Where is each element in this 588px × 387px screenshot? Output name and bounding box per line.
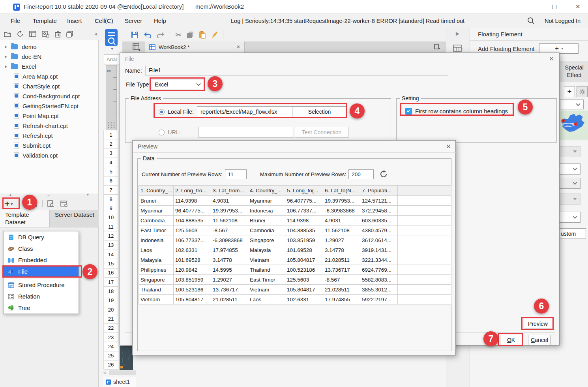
tree-file[interactable]: GettingStartedEN.cpt — [0, 101, 99, 111]
search-icon[interactable] — [527, 17, 535, 24]
row-header[interactable]: 3 — [103, 149, 118, 158]
sidebar-collapse-icon[interactable]: ◀ — [94, 32, 97, 36]
menu-template[interactable]: Template — [33, 17, 57, 24]
row-header[interactable]: 13 — [103, 241, 118, 250]
close-icon[interactable]: ✕ — [446, 143, 451, 150]
template-preview-button[interactable]: ▾ — [103, 29, 121, 53]
tree-file[interactable]: Point Map.cpt — [0, 111, 99, 121]
save-icon[interactable] — [131, 31, 139, 39]
new-worksheet-icon[interactable] — [133, 43, 141, 51]
splitter-up-icon[interactable]: ▲ — [9, 193, 12, 197]
row-header[interactable]: 2 — [103, 139, 118, 148]
row-header[interactable]: 7 — [103, 186, 118, 195]
tab-special-effect[interactable]: Special Effect — [560, 61, 588, 82]
redo-icon[interactable] — [157, 32, 165, 38]
row-header[interactable]: 23 — [103, 333, 118, 342]
row-header[interactable]: 11 — [103, 222, 118, 231]
menu-item-file[interactable]: File — [4, 266, 79, 277]
row-header[interactable]: 12 — [103, 231, 118, 240]
test-connection-button[interactable]: Test Connection — [295, 127, 348, 138]
chart-add-button[interactable]: + — [564, 86, 575, 97]
maximize-icon[interactable]: ▢ — [552, 3, 557, 9]
map-chart-thumbnail[interactable] — [558, 111, 588, 140]
tree-folder-demo[interactable]: demo — [0, 42, 99, 52]
preview-dataset-icon[interactable] — [47, 200, 54, 207]
row-header[interactable]: 20 — [103, 305, 118, 314]
copy-template-icon[interactable] — [66, 31, 73, 38]
file-type-select[interactable]: Excel — [152, 79, 204, 90]
selection-button[interactable]: Selection — [292, 106, 347, 117]
row-header[interactable]: 6 — [103, 177, 118, 186]
row-header[interactable]: 5 — [103, 167, 118, 176]
custom-field[interactable]: ustom — [558, 228, 586, 239]
workbook-tab[interactable]: WorkBook2 * ✕ — [145, 41, 245, 53]
row-header[interactable]: 25 — [103, 351, 118, 361]
row-header[interactable]: 26 — [103, 361, 118, 370]
menu-item-db-query[interactable]: DB Query — [4, 231, 79, 243]
panel-expand-icon[interactable]: ▶ — [456, 31, 459, 36]
ok-button[interactable]: OK — [500, 335, 522, 345]
row-header[interactable]: 1 — [103, 130, 118, 139]
row-header[interactable]: 4 — [103, 158, 118, 167]
close-icon[interactable]: ✕ — [549, 55, 554, 62]
preview-table-header[interactable]: 1. Country_... — [139, 186, 174, 196]
sheet-tab[interactable]: sheet1 — [103, 377, 136, 387]
row-header[interactable]: 14 — [103, 250, 118, 259]
format-painter-icon[interactable] — [211, 31, 218, 39]
menu-help[interactable]: Help — [154, 17, 166, 24]
row-header[interactable]: 18 — [103, 287, 118, 296]
selection-handle[interactable] — [120, 366, 123, 368]
tree-file[interactable]: ChartStyle.cpt — [0, 81, 99, 91]
tree-file[interactable]: Area Map.cpt — [0, 71, 99, 81]
panel-splitter[interactable]: ▲ = ▼ — [0, 194, 99, 197]
refresh-icon[interactable] — [17, 31, 24, 38]
preview-table-header[interactable]: 4. Country_... — [248, 186, 285, 196]
row-header[interactable]: 22 — [103, 324, 118, 333]
tree-file[interactable]: Cond-Background.cpt — [0, 91, 99, 101]
row-header[interactable]: 8 — [103, 195, 118, 204]
minimize-icon[interactable]: — — [527, 3, 532, 9]
preview-table-header[interactable] — [398, 186, 451, 196]
row-header[interactable]: 21 — [103, 314, 118, 323]
cell-element-icon[interactable] — [453, 44, 463, 53]
local-file-input[interactable]: reportlets/Excel/Map_flow.xlsx — [197, 106, 292, 117]
copy-icon[interactable] — [187, 31, 194, 39]
local-file-radio[interactable] — [159, 109, 165, 115]
menu-item-class[interactable]: Class — [4, 243, 79, 254]
preview-table-header[interactable]: 7. Populati... — [360, 186, 398, 196]
expand-icon[interactable] — [5, 65, 7, 68]
url-input[interactable] — [198, 127, 294, 138]
close-icon[interactable]: ✕ — [575, 3, 581, 10]
scroll-left-icon[interactable]: < — [103, 370, 107, 376]
preview-table-header[interactable]: 3. Lat_from... — [211, 186, 248, 196]
row-header[interactable]: 17 — [103, 278, 118, 287]
edit-dataset-icon[interactable] — [60, 201, 68, 207]
new-folder-icon[interactable] — [4, 31, 11, 38]
undo-icon[interactable] — [144, 32, 152, 38]
menu-file[interactable]: File — [11, 17, 20, 24]
cut-icon[interactable]: ✂ — [175, 30, 182, 39]
tab-list-icon[interactable] — [434, 44, 441, 50]
horizontal-scrollbar[interactable] — [109, 370, 136, 375]
menu-item-relation[interactable]: Relation — [4, 291, 79, 302]
menu-insert[interactable]: Insert — [67, 17, 82, 24]
tree-file[interactable]: Refresh.cpt — [0, 131, 99, 141]
row-header[interactable]: 19 — [103, 296, 118, 305]
expand-icon[interactable] — [5, 55, 7, 58]
row-header[interactable]: 9 — [103, 204, 118, 213]
chart-type-select[interactable] — [560, 100, 584, 109]
pane-grip-icon[interactable] — [107, 122, 117, 129]
splitter-grip-icon[interactable]: = — [47, 192, 50, 197]
cancel-button[interactable]: Cancel — [528, 335, 551, 345]
row-header[interactable]: 24 — [103, 342, 118, 351]
menu-server[interactable]: Server — [125, 17, 142, 24]
preview-table-header[interactable]: 2. Long_fro... — [174, 186, 211, 196]
close-tab-icon[interactable]: ✕ — [236, 44, 240, 50]
row-header[interactable]: 10 — [103, 213, 118, 222]
chart-settings-button[interactable] — [577, 86, 588, 97]
refresh-preview-icon[interactable] — [380, 170, 388, 178]
login-status[interactable]: Not Logged In — [545, 18, 581, 24]
template-settings-icon[interactable] — [42, 31, 49, 38]
log-status-text[interactable]: Log | Seriously:14:34:35 startRequestIma… — [231, 18, 464, 24]
menu-item-tree[interactable]: Tree — [4, 302, 79, 314]
